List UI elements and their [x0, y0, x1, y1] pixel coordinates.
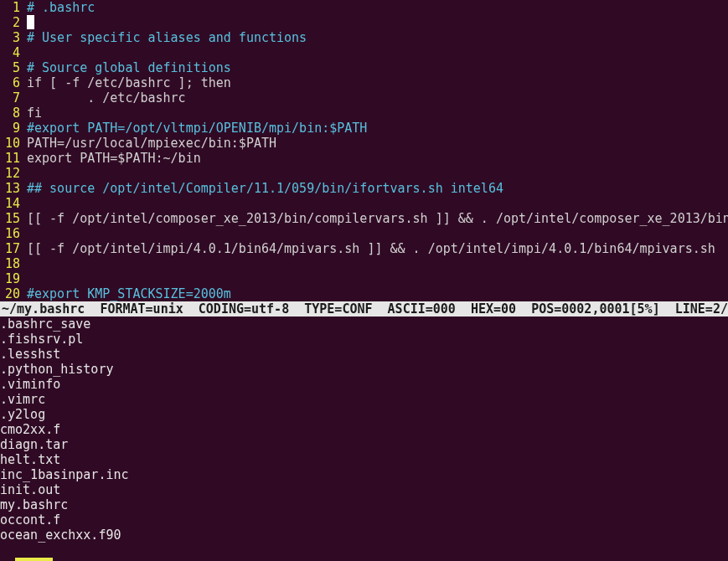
code-text: if [ -f /etc/bashrc ]; then: [23, 75, 231, 90]
cursor: [27, 15, 34, 29]
line-number: 14: [0, 196, 23, 211]
line-number: 18: [0, 256, 23, 271]
line-number: 6: [0, 75, 23, 90]
code-text: [23, 196, 27, 211]
code-text: # .bashrc: [23, 0, 95, 15]
code-line[interactable]: 10PATH=/usr/local/mpiexec/bin:$PATH: [0, 136, 728, 151]
file-item: .lesshst: [0, 347, 728, 362]
code-line[interactable]: 13## source /opt/intel/Compiler/11.1/059…: [0, 181, 728, 196]
code-line[interactable]: 5# Source global definitions: [0, 60, 728, 75]
file-item: .bashrc_save: [0, 317, 728, 332]
editor-area[interactable]: 1# .bashrc2 3# User specific aliases and…: [0, 0, 728, 301]
file-item: init.out: [0, 482, 728, 497]
line-number: 9: [0, 121, 23, 136]
code-line[interactable]: 18: [0, 256, 728, 271]
line-number: 11: [0, 151, 23, 166]
file-item: helt.txt: [0, 452, 728, 467]
code-line[interactable]: 16: [0, 226, 728, 241]
code-line[interactable]: 9#export PATH=/opt/vltmpi/OPENIB/mpi/bin…: [0, 121, 728, 136]
file-item: inc_1basinpar.inc: [0, 467, 728, 482]
code-line[interactable]: 15[[ -f /opt/intel/composer_xe_2013/bin/…: [0, 211, 728, 226]
command-line[interactable]: queues: [0, 543, 728, 561]
file-item: .fishsrv.pl: [0, 332, 728, 347]
code-text: [23, 256, 27, 271]
line-number: 19: [0, 271, 23, 286]
search-rest: s: [53, 558, 60, 561]
code-text: #export PATH=/opt/vltmpi/OPENIB/mpi/bin:…: [23, 121, 367, 136]
code-text: ## source /opt/intel/Compiler/11.1/059/b…: [23, 181, 503, 196]
file-item: .python_history: [0, 362, 728, 377]
code-text: # User specific aliases and functions: [23, 30, 307, 45]
code-line[interactable]: 14: [0, 196, 728, 211]
code-line[interactable]: 4: [0, 45, 728, 60]
line-number: 5: [0, 60, 23, 75]
code-text: fi: [23, 106, 42, 121]
line-number: 7: [0, 90, 23, 106]
line-number: 15: [0, 211, 23, 226]
code-text: [[ -f /opt/intel/impi/4.0.1/bin64/mpivar…: [23, 241, 715, 256]
code-line[interactable]: 2: [0, 15, 728, 30]
code-text: . /etc/bashrc: [23, 90, 186, 106]
code-text: [23, 226, 27, 241]
code-text: [23, 45, 27, 60]
code-text: PATH=/usr/local/mpiexec/bin:$PATH: [23, 136, 276, 151]
code-text: [23, 15, 34, 30]
file-item: .y2log: [0, 407, 728, 422]
code-line[interactable]: 6if [ -f /etc/bashrc ]; then: [0, 75, 728, 90]
code-line[interactable]: 11export PATH=$PATH:~/bin: [0, 151, 728, 166]
line-number: 1: [0, 0, 23, 15]
code-line[interactable]: 17[[ -f /opt/intel/impi/4.0.1/bin64/mpiv…: [0, 241, 728, 256]
file-item: .vimrc: [0, 392, 728, 407]
code-line[interactable]: 7 . /etc/bashrc: [0, 90, 728, 106]
line-number: 20: [0, 286, 23, 301]
line-number: 2: [0, 15, 23, 30]
code-text: [[ -f /opt/intel/composer_xe_2013/bin/co…: [23, 211, 728, 226]
status-bar: ~/my.bashrc FORMAT=unix CODING=utf-8 TYP…: [0, 301, 728, 317]
code-line[interactable]: 19: [0, 271, 728, 286]
code-line[interactable]: 1# .bashrc: [0, 0, 728, 15]
line-number: 10: [0, 136, 23, 151]
code-text: [23, 166, 27, 181]
code-line[interactable]: 12: [0, 166, 728, 181]
code-text: export PATH=$PATH:~/bin: [23, 151, 201, 166]
line-number: 3: [0, 30, 23, 45]
line-number: 8: [0, 106, 23, 121]
line-number: 17: [0, 241, 23, 256]
line-number: 12: [0, 166, 23, 181]
code-line[interactable]: 20#export KMP_STACKSIZE=2000m: [0, 286, 728, 301]
file-item: my.bashrc: [0, 497, 728, 512]
code-text: #export KMP_STACKSIZE=2000m: [23, 286, 231, 301]
file-item: cmo2xx.f: [0, 422, 728, 437]
file-item: occont.f: [0, 512, 728, 528]
line-number: 4: [0, 45, 23, 60]
file-list: .bashrc_save.fishsrv.pl.lesshst.python_h…: [0, 317, 728, 543]
code-line[interactable]: 8fi: [0, 106, 728, 121]
code-text: [23, 271, 27, 286]
line-number: 16: [0, 226, 23, 241]
code-line[interactable]: 3# User specific aliases and functions: [0, 30, 728, 45]
file-item: diagn.tar: [0, 437, 728, 452]
file-item: .viminfo: [0, 377, 728, 392]
search-match: queue: [15, 558, 53, 561]
file-item: ocean_exchxx.f90: [0, 528, 728, 543]
line-number: 13: [0, 181, 23, 196]
code-text: # Source global definitions: [23, 60, 231, 75]
